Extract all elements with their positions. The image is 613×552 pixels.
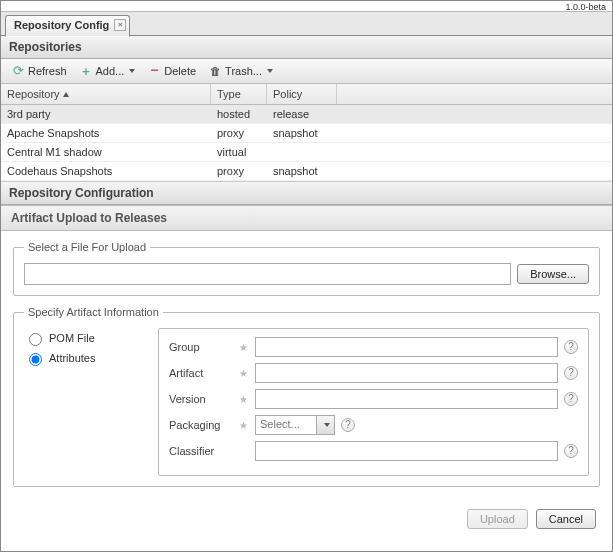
cell-repo: 3rd party bbox=[1, 105, 211, 123]
col-type[interactable]: Type bbox=[211, 84, 267, 104]
required-icon: ★ bbox=[239, 394, 249, 405]
cell-policy bbox=[267, 143, 337, 161]
artifact-upload-header: Artifact Upload to Releases bbox=[1, 205, 612, 231]
label-classifier: Classifier bbox=[169, 445, 233, 457]
trash-icon bbox=[208, 64, 222, 78]
fieldset-artifact-info: Specify Artifact Information POM File At… bbox=[13, 306, 600, 487]
section-repo-config: Repository Configuration bbox=[1, 182, 612, 205]
help-icon[interactable]: ? bbox=[564, 392, 578, 406]
delete-button[interactable]: Delete bbox=[143, 62, 200, 80]
cell-repo: Apache Snapshots bbox=[1, 124, 211, 142]
help-icon[interactable]: ? bbox=[564, 340, 578, 354]
delete-label: Delete bbox=[164, 65, 196, 77]
help-icon[interactable]: ? bbox=[341, 418, 355, 432]
cell-type: proxy bbox=[211, 124, 267, 142]
label-group: Group bbox=[169, 341, 233, 353]
fieldset-select-file: Select a File For Upload Browse... bbox=[13, 241, 600, 296]
refresh-button[interactable]: Refresh bbox=[7, 62, 71, 80]
radio-pom-label: POM File bbox=[49, 332, 95, 344]
tab-close-icon[interactable]: × bbox=[114, 19, 126, 31]
section-repositories: Repositories bbox=[1, 36, 612, 59]
add-button[interactable]: Add... bbox=[75, 62, 140, 80]
chevron-down-icon[interactable] bbox=[316, 416, 334, 434]
table-row[interactable]: Central M1 shadow virtual bbox=[1, 143, 612, 162]
chevron-down-icon bbox=[267, 69, 273, 73]
fieldset-artifact-info-legend: Specify Artifact Information bbox=[24, 306, 163, 318]
file-path-input[interactable] bbox=[24, 263, 511, 285]
panel-body: Select a File For Upload Browse... Speci… bbox=[1, 231, 612, 501]
chevron-down-icon bbox=[129, 69, 135, 73]
version-label: 1.0.0-beta bbox=[1, 1, 612, 12]
fieldset-select-file-legend: Select a File For Upload bbox=[24, 241, 150, 253]
radio-column: POM File Attributes bbox=[24, 328, 144, 370]
help-icon[interactable]: ? bbox=[564, 366, 578, 380]
browse-button[interactable]: Browse... bbox=[517, 264, 589, 284]
add-icon bbox=[79, 64, 93, 78]
cell-type: virtual bbox=[211, 143, 267, 161]
tab-repository-config[interactable]: Repository Config × bbox=[5, 15, 130, 37]
radio-pom[interactable]: POM File bbox=[24, 330, 144, 346]
cell-type: proxy bbox=[211, 162, 267, 180]
trash-button[interactable]: Trash... bbox=[204, 62, 277, 80]
table-row[interactable]: 3rd party hosted release bbox=[1, 105, 612, 124]
radio-attributes-input[interactable] bbox=[29, 353, 42, 366]
trash-label: Trash... bbox=[225, 65, 262, 77]
refresh-label: Refresh bbox=[28, 65, 67, 77]
footer: Upload Cancel bbox=[1, 501, 612, 539]
label-version: Version bbox=[169, 393, 233, 405]
version-input[interactable] bbox=[255, 389, 558, 409]
grid-body: 3rd party hosted release Apache Snapshot… bbox=[1, 105, 612, 181]
cell-policy: snapshot bbox=[267, 124, 337, 142]
radio-attributes-label: Attributes bbox=[49, 352, 95, 364]
group-input[interactable] bbox=[255, 337, 558, 357]
required-icon: ★ bbox=[239, 420, 249, 431]
table-row[interactable]: Codehaus Snapshots proxy snapshot bbox=[1, 162, 612, 181]
cell-policy: release bbox=[267, 105, 337, 123]
grid-header: Repository Type Policy bbox=[1, 84, 612, 105]
help-icon[interactable]: ? bbox=[564, 444, 578, 458]
col-policy[interactable]: Policy bbox=[267, 84, 337, 104]
required-icon: ★ bbox=[239, 342, 249, 353]
classifier-input[interactable] bbox=[255, 441, 558, 461]
tab-strip: Repository Config × bbox=[1, 12, 612, 36]
repositories-grid: Repository Type Policy 3rd party hosted … bbox=[1, 84, 612, 182]
label-packaging: Packaging bbox=[169, 419, 233, 431]
radio-attributes[interactable]: Attributes bbox=[24, 350, 144, 366]
tab-label: Repository Config bbox=[14, 19, 109, 31]
required-icon: ★ bbox=[239, 368, 249, 379]
packaging-select[interactable]: Select... bbox=[255, 415, 335, 435]
attributes-box: Group ★ ? Artifact ★ ? Version bbox=[158, 328, 589, 476]
cell-repo: Central M1 shadow bbox=[1, 143, 211, 161]
refresh-icon bbox=[11, 64, 25, 78]
toolbar: Refresh Add... Delete Trash... bbox=[1, 59, 612, 84]
label-artifact: Artifact bbox=[169, 367, 233, 379]
table-row[interactable]: Apache Snapshots proxy snapshot bbox=[1, 124, 612, 143]
upload-button[interactable]: Upload bbox=[467, 509, 528, 529]
cell-type: hosted bbox=[211, 105, 267, 123]
window: 1.0.0-beta Repository Config × Repositor… bbox=[0, 0, 613, 552]
cell-policy: snapshot bbox=[267, 162, 337, 180]
add-label: Add... bbox=[96, 65, 125, 77]
delete-icon bbox=[147, 64, 161, 78]
col-repository[interactable]: Repository bbox=[1, 84, 211, 104]
sort-asc-icon bbox=[63, 92, 69, 97]
cancel-button[interactable]: Cancel bbox=[536, 509, 596, 529]
col-repository-label: Repository bbox=[7, 88, 60, 100]
config-panel: Artifact Upload to Releases Select a Fil… bbox=[1, 205, 612, 539]
cell-repo: Codehaus Snapshots bbox=[1, 162, 211, 180]
packaging-value: Select... bbox=[256, 416, 316, 434]
artifact-input[interactable] bbox=[255, 363, 558, 383]
radio-pom-input[interactable] bbox=[29, 333, 42, 346]
